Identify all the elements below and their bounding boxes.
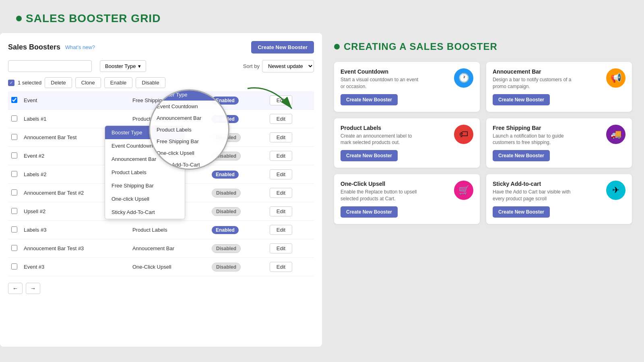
create-booster-card-button[interactable]: Create New Booster	[493, 206, 550, 218]
booster-card-icon: 📢	[606, 68, 625, 88]
status-badge: Enabled	[212, 171, 239, 179]
booster-card-icon: 🛒	[454, 181, 473, 200]
sort-wrapper: Sort by Newest update	[243, 60, 314, 72]
row-status-cell: Disabled	[208, 202, 266, 221]
row-checkbox-cell	[8, 165, 21, 184]
disable-button[interactable]: Disable	[136, 77, 165, 88]
row-checkbox[interactable]	[11, 115, 17, 121]
row-status-cell: Enabled	[208, 221, 266, 239]
booster-icon-symbol: ✈	[612, 185, 619, 195]
toolbar: Booster Type ▾ Sort by Newest update	[8, 60, 314, 72]
edit-button[interactable]: Edit	[270, 206, 292, 216]
booster-card-description: Create an announcement label to mark sel…	[341, 133, 421, 146]
create-booster-card-button[interactable]: Create New Booster	[341, 150, 398, 161]
row-checkbox[interactable]	[11, 245, 17, 251]
row-type: One-Click Upsell	[129, 258, 208, 276]
booster-card-header: Sticky Add-to-cart Have the Add to Cart …	[493, 181, 625, 202]
booster-card-description: Have the Add to Cart bar visible with ev…	[493, 189, 573, 202]
row-status-cell: Disabled	[208, 184, 266, 202]
booster-card-icon: 🕐	[454, 68, 473, 88]
booster-icon-symbol: 🏷	[459, 129, 468, 140]
row-checkbox[interactable]	[11, 97, 17, 103]
edit-button[interactable]: Edit	[270, 262, 292, 272]
edit-button[interactable]: Edit	[270, 169, 292, 179]
booster-type-filter[interactable]: Booster Type ▾	[100, 60, 146, 72]
row-name: Labels #3	[21, 221, 129, 239]
selected-count: 1 selected	[18, 80, 41, 86]
next-page-button[interactable]: →	[26, 283, 40, 294]
clone-button[interactable]: Clone	[75, 77, 101, 88]
booster-card-icon: ✈	[606, 181, 625, 200]
row-name: Event #3	[21, 258, 129, 276]
row-checkbox[interactable]	[11, 152, 17, 158]
title-bullet	[16, 16, 22, 21]
delete-button[interactable]: Delete	[45, 77, 72, 88]
right-title: CREATING A SALES BOOSTER	[344, 41, 497, 52]
row-checkbox[interactable]	[11, 226, 17, 232]
magnifier-dropdown-item: Event Countdown	[150, 101, 228, 112]
page-title: SALES BOOSTER GRID	[26, 12, 161, 25]
whats-new-link[interactable]: What's new?	[65, 44, 95, 50]
row-action-cell: Edit	[266, 147, 314, 165]
panel-header: Sales Boosters What's new? Create New Bo…	[8, 41, 314, 53]
create-booster-card-button[interactable]: Create New Booster	[493, 150, 550, 161]
booster-card-info: Product Labels Create an announcement la…	[341, 125, 421, 146]
row-checkbox[interactable]	[11, 189, 17, 195]
row-status-cell: Disabled	[208, 258, 266, 276]
booster-icon-symbol: 📢	[611, 73, 621, 83]
booster-card-name: Event Countdown	[341, 68, 421, 75]
row-checkbox-cell	[8, 239, 21, 258]
booster-card: Free Shipping Bar Launch a notification …	[486, 118, 632, 168]
row-name: Event	[21, 91, 129, 110]
main-layout: Sales Boosters What's new? Create New Bo…	[0, 33, 644, 347]
table-row: Annoucement Bar Test #3 Annoucement Bar …	[8, 239, 314, 258]
bulk-checkbox[interactable]: ✓	[8, 80, 14, 86]
row-action-cell: Edit	[266, 184, 314, 202]
status-badge: Disabled	[212, 263, 241, 272]
enable-button[interactable]: Enable	[104, 77, 132, 88]
edit-button[interactable]: Edit	[270, 243, 292, 253]
edit-button[interactable]: Edit	[270, 132, 292, 142]
booster-card: Product Labels Create an announcement la…	[334, 118, 480, 168]
row-checkbox-cell	[8, 184, 21, 202]
magnifier-dropdown-item: Product Labels	[150, 124, 228, 136]
booster-card: Event Countdown Start a visual countdown…	[334, 62, 480, 112]
booster-card-name: Free Shipping Bar	[493, 125, 573, 131]
right-title-bullet	[334, 44, 340, 49]
sort-select[interactable]: Newest update	[262, 60, 314, 72]
booster-card-description: Start a visual countdown to an event or …	[341, 76, 421, 90]
filter-chevron-icon: ▾	[138, 63, 141, 69]
row-checkbox[interactable]	[11, 134, 17, 140]
create-booster-card-button[interactable]: Create New Booster	[493, 94, 550, 105]
prev-page-button[interactable]: ←	[8, 283, 23, 294]
status-badge: Disabled	[212, 207, 241, 216]
booster-card-description: Enable the Replace button to upsell sele…	[341, 189, 421, 202]
arrow-pointer	[239, 80, 304, 122]
edit-button[interactable]: Edit	[270, 151, 292, 161]
row-checkbox[interactable]	[11, 171, 17, 177]
dropdown-item[interactable]: Sticky Add-To-Cart	[105, 206, 185, 219]
status-badge: Disabled	[212, 244, 241, 253]
booster-card-description: Launch a notification bar to guide custo…	[493, 133, 573, 146]
search-input[interactable]	[8, 60, 92, 72]
row-checkbox[interactable]	[11, 263, 17, 269]
create-booster-header-button[interactable]: Create New Booster	[251, 41, 314, 53]
row-checkbox-cell	[8, 258, 21, 276]
booster-icon-symbol: 🕐	[458, 73, 469, 83]
dropdown-item[interactable]: Product Labels	[105, 166, 185, 179]
create-booster-card-button[interactable]: Create New Booster	[341, 206, 398, 218]
table-row: Labels #3 Product Labels Enabled Edit	[8, 221, 314, 239]
sort-label: Sort by	[243, 63, 260, 69]
dropdown-item[interactable]: One-click Upsell	[105, 192, 185, 206]
row-checkbox[interactable]	[11, 208, 17, 214]
row-action-cell: Edit	[266, 258, 314, 276]
booster-card-description: Design a bar to notify customers of a pr…	[493, 76, 573, 90]
dropdown-item[interactable]: Free Shipping Bar	[105, 179, 185, 192]
edit-button[interactable]: Edit	[270, 188, 292, 198]
row-checkbox-cell	[8, 202, 21, 221]
create-booster-card-button[interactable]: Create New Booster	[341, 94, 398, 105]
magnifier-dropdown-item: One-click Upsell	[150, 147, 228, 159]
booster-card-header: Annoucement Bar Design a bar to notify c…	[493, 68, 625, 90]
edit-button[interactable]: Edit	[270, 225, 292, 235]
table-row: Event #3 One-Click Upsell Disabled Edit	[8, 258, 314, 276]
